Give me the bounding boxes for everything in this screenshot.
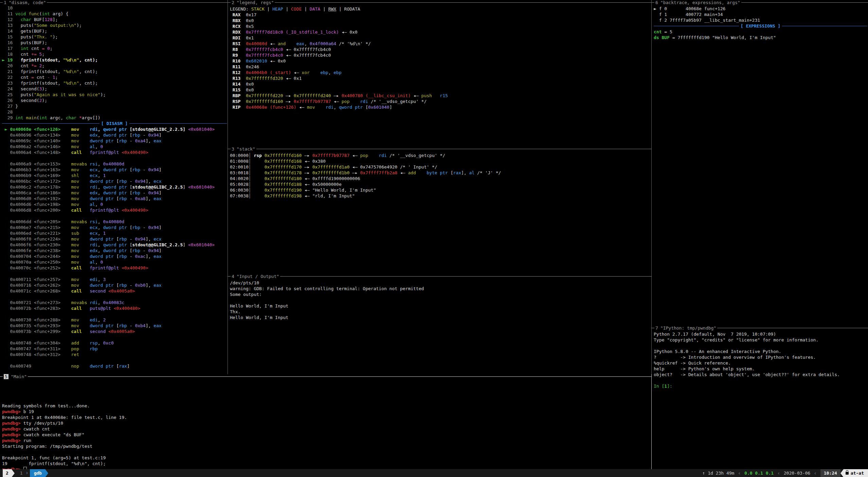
terminal-line: 0x400711 <func+257> mov edi, 3 — [2, 277, 227, 282]
pane-border-vertical-active[interactable] — [651, 374, 652, 469]
terminal-line: 0x4006a4 <func+148> call fprintf@plt <0x… — [2, 149, 227, 155]
stack-listing: 00:0000│ rsp 0x7fffffffd160 —▸ 0x7ffff7b… — [230, 153, 651, 199]
divider-line — [782, 26, 867, 26]
terminal-line: RIP 0x40068e (func+126) ◂— mov rdi, qwor… — [230, 104, 651, 110]
terminal-line: 0x4006fe <func+238> mov edx, dword ptr [… — [2, 248, 227, 253]
terminal-line: RSI 0x40080d ◂— and eax, 0x4f000a64 /* '… — [230, 41, 651, 47]
pane-main-gdb[interactable]: 5"Main" Reading symbols from test...done… — [0, 374, 651, 469]
pane-label: "stack" — [237, 146, 255, 152]
terminal-line: Thx. — [230, 309, 651, 315]
terminal-line: 28 — [2, 109, 227, 115]
terminal-line: 01:0008│ 0x7fffffffd168 ◂— 0x380 — [230, 158, 651, 164]
terminal-line: ? -> Introduction and overview of IPytho… — [654, 354, 867, 360]
terminal-line: 0x400696 <func+134> mov edx, dword ptr [… — [2, 132, 227, 138]
terminal-line: 29 int main(int argc, char *argv[]) — [2, 115, 227, 121]
pane-stack[interactable]: 3"stack" 00:0000│ rsp 0x7fffffffd160 —▸ … — [228, 146, 651, 274]
terminal-line: 0x4006e7 <func+215> mov ecx, dword ptr [… — [2, 225, 227, 230]
window-tab-1[interactable]: 1 — [18, 470, 25, 476]
terminal-line: Type "copyright", "credits" or "license"… — [654, 337, 867, 343]
terminal-line: pwndbg> cwatch cnt — [2, 426, 651, 432]
terminal-line: 0x4006a9 <func+153> movabs rsi, 0x40080d — [2, 161, 227, 167]
powerline-arrow-icon — [12, 469, 15, 477]
pane-number-active: 5 — [4, 374, 8, 379]
terminal-line: Hello World, I'm Input — [230, 303, 651, 309]
terminal-line: 02:0010│ 0x7fffffffd170 —▸ 0x7fffffffd1a… — [230, 164, 651, 170]
terminal-line: object? -> Details about 'object', use '… — [654, 372, 867, 377]
divider-line — [129, 123, 227, 124]
status-date: 2020-03-06 — [784, 470, 810, 476]
hostname-badge: at-at — [844, 469, 868, 477]
program-output: /dev/pts/10warning: GDB: Failed to set c… — [230, 280, 651, 320]
terminal-line: 03:0018│ 0x7fffffffd178 —▸ 0x7fffffffd1b… — [230, 170, 651, 176]
terminal-line: 0x400740 <func+304> add rsp, 0xc0 — [2, 340, 227, 346]
terminal-line: 0x400747 <func+311> pop rbp — [2, 346, 227, 352]
pane-title: 1"disasm, code" — [3, 0, 47, 5]
terminal-line — [2, 334, 227, 340]
status-right: ↑ 1d 23h 49m ‹ 0.0 0.1 0.1 ‹ 2020-03-06 … — [701, 469, 868, 477]
pane-number: 4 — [232, 274, 234, 279]
pane-border-vertical-right[interactable] — [651, 0, 652, 374]
terminal-line: Reading symbols from test...done. — [2, 403, 651, 409]
terminal-line: 0x4006f0 <func+224> mov dword ptr [rbp -… — [2, 236, 227, 242]
terminal-line: pwndbg> b 19 — [2, 409, 651, 414]
terminal-line: 0x40070a <func+250> mov al, 0 — [2, 259, 227, 265]
separator-chevron-icon: ‹ — [810, 470, 820, 476]
terminal-line: 17 int cnt = 0; — [2, 46, 227, 51]
pane-border-vertical-left[interactable] — [228, 0, 228, 374]
pane-input-output[interactable]: 4"Input / Output" /dev/pts/10warning: GD… — [228, 274, 651, 374]
source-code-listing: 10 11 void func(int arg) { 12 char BUF[1… — [2, 5, 227, 121]
terminal-line — [230, 297, 651, 303]
expressions-section-label: [ EXPRESSIONS ] — [739, 23, 782, 29]
terminal-line: Some output: — [230, 292, 651, 297]
terminal-line — [2, 155, 227, 161]
pane-title: 5"Main" — [3, 374, 28, 379]
load-average: 0.0 0.1 0.1 — [744, 470, 774, 476]
terminal-line: R12 0x4004b0 (_start) ◂— xor ebp, ebp — [230, 70, 651, 75]
terminal-line: 0x40070c <func+252> call fprintf@plt <0x… — [2, 265, 227, 271]
pane-backtrace-expressions[interactable]: 6"backtrace, expressions, args" ► f 0 40… — [652, 0, 868, 325]
terminal-line — [2, 391, 651, 397]
terminal-line: 0x4006d6 <func+198> mov al, 0 — [2, 201, 227, 207]
terminal-line: R8 0x7ffff7fcb4c0 ◂— 0x7ffff7fcb4c0 — [230, 47, 651, 52]
terminal-line: IPython 5.8.0 -- An enhanced Interactive… — [654, 349, 867, 354]
terminal-line — [2, 397, 651, 403]
pane-title: 7"IPython: tmp/pwndbg" — [654, 325, 717, 331]
terminal-line: pwndbg> — [2, 466, 651, 469]
terminal-line: 0x400730 <func+288> mov edi, 2 — [2, 317, 227, 323]
pane-ipython[interactable]: 7"IPython: tmp/pwndbg" Python 2.7.17 (de… — [652, 325, 868, 469]
terminal-line: 12 char BUF[128]; — [2, 17, 227, 22]
pane-number: 3 — [232, 146, 234, 152]
terminal-line: 25 puts("Again as it was so nice"); — [2, 92, 227, 98]
terminal-line — [2, 311, 227, 317]
terminal-line: R10 0x602010 ◂— 0x0 — [230, 58, 651, 64]
terminal-line: pwndbg> run — [2, 438, 651, 443]
terminal-line: 21 fprintf(stdout, "%d\n", cnt); — [2, 69, 227, 74]
pane-title: 6"backtrace, expressions, args" — [654, 0, 741, 5]
expressions-section-divider: [ EXPRESSIONS ] — [654, 23, 867, 29]
terminal-line — [654, 377, 867, 383]
chevron-icon: › — [25, 470, 30, 476]
pane-disasm-code[interactable]: 1"disasm, code" 10 11 void func(int arg)… — [0, 0, 228, 374]
terminal-line: 0x4006b9 <func+169> shl ecx, 1 — [2, 173, 227, 178]
uptime-text: 1d 23h 49m — [708, 470, 734, 476]
disasm-section-divider: [ DISASM ] — [2, 121, 227, 126]
pane-title: 3"stack" — [231, 146, 256, 152]
terminal-line: 0x4006bc <func+172> mov dword ptr [rbp -… — [2, 178, 227, 184]
window-tab-gdb-active[interactable]: gdb — [30, 469, 45, 477]
terminal-line: cnt = 5 — [654, 29, 867, 35]
terminal-line: 0x4006ed <func+221> sub ecx, 1 — [2, 230, 227, 236]
powerline-arrow-icon — [45, 469, 48, 477]
terminal-line: Breakpoint 1 at 0x40068e: file test.c, l… — [2, 414, 651, 420]
terminal-line: /dev/pts/10 — [230, 280, 651, 286]
terminal-line: Python 2.7.17 (default, Nov 7 2019, 10:0… — [654, 331, 867, 337]
pane-legend-regs[interactable]: 2"legend, regs" LEGEND: STACK | HEAP | C… — [228, 0, 651, 146]
terminal-line: 26 second(2); — [2, 98, 227, 103]
pane-title: 4"Input / Output" — [231, 274, 280, 279]
window-tab-2[interactable]: 2 — [3, 469, 12, 477]
terminal-line: 0x4006c2 <func+178> mov rdi, qword ptr [… — [2, 184, 227, 190]
terminal-line: warning: GDB: Failed to set controlling … — [230, 286, 651, 292]
separator-chevron-icon: ‹ — [734, 470, 744, 476]
pane-label: "Main" — [11, 374, 27, 379]
terminal-line: 10 — [2, 5, 227, 11]
terminal-line: 0x4006d0 <func+192> mov dword ptr [rbp -… — [2, 196, 227, 201]
